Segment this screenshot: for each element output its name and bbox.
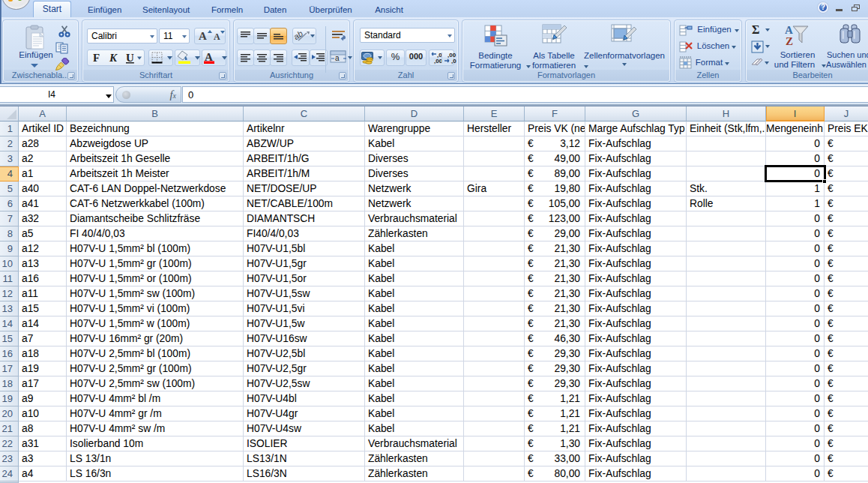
svg-text:F: F (93, 52, 100, 64)
svg-text:A: A (785, 24, 793, 36)
svg-text:Z: Z (786, 35, 793, 47)
svg-text:A: A (214, 32, 220, 42)
svg-text:K: K (109, 52, 118, 64)
svg-text:a: a (335, 54, 340, 62)
svg-text:,0: ,0 (451, 58, 456, 64)
svg-text:ab: ab (292, 28, 304, 41)
svg-text:A: A (199, 30, 207, 42)
svg-text:U: U (126, 52, 134, 64)
